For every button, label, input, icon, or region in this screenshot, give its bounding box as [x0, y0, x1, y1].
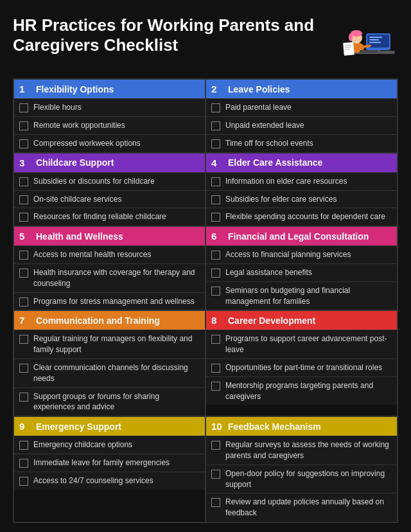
- checkbox[interactable]: [211, 498, 220, 507]
- checkbox[interactable]: [19, 477, 28, 486]
- item-text: Review and update policies annually base…: [225, 497, 392, 519]
- section-3: 3Childcare SupportSubsidies or discounts…: [13, 153, 206, 226]
- list-item: Compressed workweek options: [14, 134, 205, 152]
- checkbox[interactable]: [211, 213, 220, 222]
- item-text: Flexible hours: [33, 102, 82, 113]
- section-header-2: 2Leave Policies: [206, 80, 397, 98]
- checkbox[interactable]: [19, 269, 28, 278]
- item-text: Access to financial planning services: [225, 249, 351, 260]
- checkbox[interactable]: [19, 364, 28, 373]
- svg-rect-13: [360, 50, 378, 53]
- section-title-3: Childcare Support: [36, 157, 114, 168]
- item-text: Subsidies for elder care services: [225, 194, 337, 205]
- checkbox[interactable]: [211, 251, 220, 260]
- section-title-1: Flexibility Options: [36, 84, 114, 94]
- section-title-2: Leave Policies: [228, 84, 290, 94]
- section-4: 4Elder Care AssistanceInformation on eld…: [206, 153, 398, 226]
- list-item: Regular training for managers on flexibi…: [14, 330, 205, 359]
- section-header-6: 6Financial and Legal Consultation: [206, 227, 397, 245]
- checkbox[interactable]: [211, 103, 220, 112]
- list-item: Opportunities for part-time or transitio…: [206, 359, 397, 377]
- section-1: 1Flexibility OptionsFlexible hoursRemote…: [13, 79, 206, 152]
- checkbox[interactable]: [19, 335, 28, 344]
- section-header-8: 8Career Development: [206, 311, 397, 330]
- section-num-4: 4: [211, 157, 223, 168]
- checkbox[interactable]: [211, 287, 220, 296]
- list-item: Support groups or forums for sharing exp…: [14, 387, 205, 416]
- section-num-5: 5: [19, 231, 31, 242]
- item-text: On-site childcare services: [33, 194, 121, 205]
- section-9: 9Emergency SupportEmergency childcare op…: [13, 416, 206, 522]
- section-title-7: Communication and Training: [36, 315, 160, 326]
- list-item: Access to mental health resources: [14, 245, 205, 263]
- section-num-3: 3: [19, 157, 31, 168]
- checkbox[interactable]: [211, 441, 220, 450]
- item-text: Immediate leave for family emergencies: [33, 457, 170, 468]
- list-item: Programs for stress management and welln…: [14, 292, 205, 310]
- section-header-1: 1Flexibility Options: [14, 80, 205, 98]
- checkbox[interactable]: [19, 459, 28, 468]
- section-10: 10Feedback MechanismRegular surveys to a…: [206, 416, 398, 522]
- section-title-10: Feedback Mechanism: [228, 421, 321, 432]
- checkbox[interactable]: [211, 470, 220, 479]
- checkbox[interactable]: [19, 195, 28, 204]
- item-text: Open-door policy for suggestions on impr…: [225, 468, 392, 490]
- list-item: Regular surveys to assess the needs of w…: [206, 436, 397, 465]
- item-text: Access to mental health resources: [33, 249, 151, 260]
- section-title-4: Elder Care Assistance: [228, 157, 322, 168]
- list-item: Health insurance with coverage for thera…: [14, 263, 205, 292]
- list-item: Flexible spending accounts for dependent…: [206, 208, 397, 226]
- section-num-9: 9: [19, 421, 31, 432]
- page-title: HR Practices for Working Parents and Car…: [13, 15, 321, 55]
- section-header-5: 5Health and Wellness: [14, 227, 205, 245]
- list-item: Remote work opportunities: [14, 116, 205, 134]
- item-text: Regular surveys to assess the needs of w…: [225, 439, 392, 461]
- checkbox[interactable]: [19, 139, 28, 148]
- checkbox[interactable]: [211, 177, 220, 186]
- list-item: Flexible hours: [14, 98, 205, 116]
- list-item: Programs to support career advancement p…: [206, 330, 397, 359]
- list-item: Subsidies or discounts for childcare: [14, 172, 205, 190]
- section-header-7: 7Communication and Training: [14, 311, 205, 330]
- header-illustration: [340, 15, 398, 67]
- section-num-2: 2: [211, 84, 223, 94]
- checkbox[interactable]: [19, 213, 28, 222]
- checkbox[interactable]: [19, 103, 28, 112]
- checkbox[interactable]: [211, 382, 220, 391]
- section-7: 7Communication and TrainingRegular train…: [13, 310, 206, 416]
- list-item: Information on elder care resources: [206, 172, 397, 190]
- checkbox[interactable]: [211, 139, 220, 148]
- checkbox[interactable]: [19, 393, 28, 402]
- checkbox[interactable]: [211, 121, 220, 130]
- checkbox[interactable]: [19, 177, 28, 186]
- item-text: Resources for finding reliable childcare: [33, 211, 166, 222]
- section-5: 5Health and WellnessAccess to mental hea…: [13, 226, 206, 310]
- item-text: Information on elder care resources: [225, 176, 347, 187]
- list-item: Subsidies for elder care services: [206, 190, 397, 208]
- checklist-grid: 1Flexibility OptionsFlexible hoursRemote…: [13, 78, 398, 523]
- list-item: On-site childcare services: [14, 190, 205, 208]
- svg-rect-7: [369, 42, 381, 43]
- list-item: Unpaid extended leave: [206, 116, 397, 134]
- svg-rect-6: [369, 39, 379, 40]
- list-item: Legal assistance benefits: [206, 263, 397, 281]
- checkbox[interactable]: [211, 269, 220, 278]
- item-text: Legal assistance benefits: [225, 267, 312, 278]
- list-item: Mentorship programs targeting parents an…: [206, 377, 397, 405]
- section-header-3: 3Childcare Support: [14, 154, 205, 172]
- checkbox[interactable]: [19, 251, 28, 260]
- checkbox[interactable]: [211, 364, 220, 373]
- section-num-10: 10: [211, 421, 223, 432]
- svg-rect-5: [369, 37, 382, 38]
- checkbox[interactable]: [211, 335, 220, 344]
- item-text: Emergency childcare options: [33, 439, 132, 450]
- list-item: Access to financial planning services: [206, 245, 397, 263]
- checkbox[interactable]: [19, 297, 28, 306]
- item-text: Access to 24/7 counseling services: [33, 475, 153, 486]
- item-text: Paid parental leave: [225, 102, 292, 113]
- checkbox[interactable]: [19, 121, 28, 130]
- checkbox[interactable]: [211, 195, 220, 204]
- checkbox[interactable]: [19, 441, 28, 450]
- item-text: Flexible spending accounts for dependent…: [225, 211, 385, 222]
- section-num-1: 1: [19, 84, 31, 94]
